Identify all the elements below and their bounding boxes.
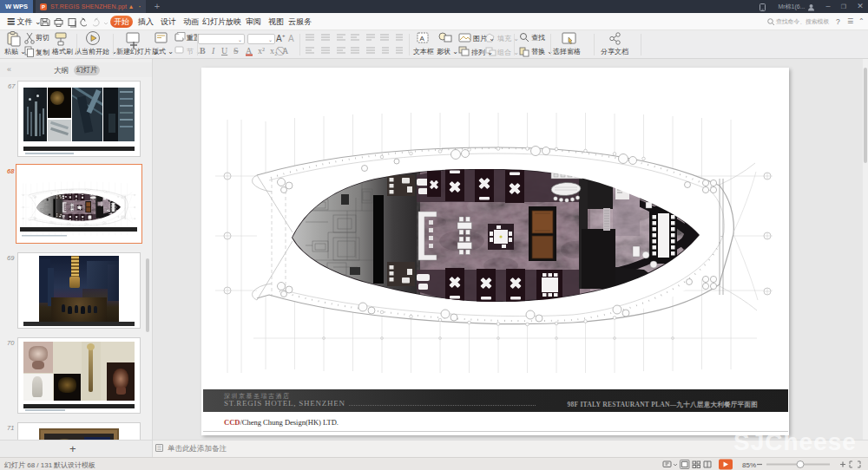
svg-text:x²: x² xyxy=(258,46,265,55)
svg-text:A: A xyxy=(246,46,253,55)
svg-text:A: A xyxy=(420,35,425,42)
svg-text:x₂: x₂ xyxy=(270,46,278,55)
svg-text:A: A xyxy=(276,34,282,43)
svg-text:⃠A: ⃠A xyxy=(276,46,289,55)
svg-text:85%: 85% xyxy=(742,461,756,469)
svg-text:U: U xyxy=(221,46,228,55)
svg-text:I: I xyxy=(211,46,215,55)
svg-text:S: S xyxy=(233,46,239,55)
svg-text:+: + xyxy=(282,33,286,38)
svg-text:A: A xyxy=(288,34,294,43)
